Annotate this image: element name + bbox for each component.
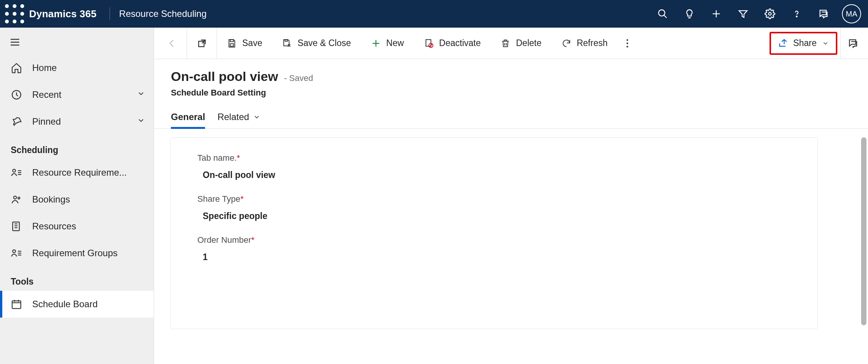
hamburger-icon[interactable] bbox=[0, 30, 154, 54]
refresh-button[interactable]: Refresh bbox=[551, 31, 618, 55]
area-label[interactable]: Resource Scheduling bbox=[119, 8, 207, 19]
back-button bbox=[157, 28, 187, 59]
delete-button[interactable]: Delete bbox=[491, 31, 551, 55]
chevron-down-icon bbox=[137, 116, 145, 127]
field-order-number[interactable]: Order Number* 1 bbox=[197, 235, 791, 262]
assistant-pane-icon[interactable] bbox=[840, 28, 865, 59]
svg-point-23 bbox=[14, 196, 17, 199]
svg-point-2 bbox=[20, 4, 24, 8]
calendar-icon bbox=[11, 298, 22, 310]
help-icon[interactable] bbox=[784, 2, 809, 26]
field-share-type[interactable]: Share Type* Specific people bbox=[197, 194, 791, 221]
chevron-down-icon bbox=[253, 113, 261, 121]
svg-point-29 bbox=[13, 250, 16, 253]
person-icon bbox=[11, 194, 22, 205]
resources-icon bbox=[11, 221, 22, 232]
share-button[interactable]: Share bbox=[770, 32, 837, 55]
sidebar-item-label: Resources bbox=[32, 221, 76, 232]
svg-point-0 bbox=[5, 4, 9, 8]
svg-point-24 bbox=[18, 197, 20, 199]
gear-icon[interactable] bbox=[758, 2, 782, 26]
pin-icon bbox=[11, 116, 22, 127]
field-value[interactable]: On-call pool view bbox=[197, 170, 791, 180]
clock-icon bbox=[11, 89, 22, 100]
plus-icon bbox=[371, 38, 381, 48]
save-button[interactable]: Save bbox=[217, 31, 272, 55]
sidebar-item-schedule-board[interactable]: Schedule Board bbox=[0, 291, 154, 318]
global-header: Dynamics 365 Resource Scheduling MA bbox=[0, 0, 868, 28]
open-in-new-window-icon[interactable] bbox=[187, 28, 217, 59]
sidebar-item-label: Schedule Board bbox=[32, 299, 98, 310]
svg-point-9 bbox=[659, 10, 665, 16]
field-value[interactable]: 1 bbox=[197, 252, 791, 262]
field-value[interactable]: Specific people bbox=[197, 211, 791, 221]
sidebar-item-recent[interactable]: Recent bbox=[0, 81, 154, 108]
sidebar-item-label: Pinned bbox=[32, 116, 61, 127]
svg-point-47 bbox=[626, 42, 628, 44]
field-tab-name[interactable]: Tab name.* On-call pool view bbox=[197, 153, 791, 180]
svg-point-14 bbox=[796, 16, 797, 17]
entity-name: Schedule Board Setting bbox=[171, 88, 851, 98]
sidebar-item-resources[interactable]: Resources bbox=[0, 213, 154, 240]
lightbulb-icon[interactable] bbox=[677, 2, 702, 26]
sidebar-item-pinned[interactable]: Pinned bbox=[0, 108, 154, 135]
filter-icon[interactable] bbox=[731, 2, 755, 26]
sidebar-item-requirement-groups[interactable]: Requirement Groups bbox=[0, 240, 154, 267]
tabs: General Related bbox=[154, 102, 868, 129]
save-close-icon bbox=[282, 38, 292, 48]
main-area: Save Save & Close New Deactivate Delete … bbox=[154, 28, 868, 364]
sidebar-item-home[interactable]: Home bbox=[0, 54, 154, 81]
tab-related[interactable]: Related bbox=[217, 112, 261, 128]
deactivate-icon bbox=[424, 38, 434, 48]
sidebar-item-resource-requirements[interactable]: Resource Requireme... bbox=[0, 159, 154, 186]
form-card: Tab name.* On-call pool view Share Type*… bbox=[170, 137, 818, 329]
svg-rect-40 bbox=[285, 40, 288, 41]
person-list-icon bbox=[11, 247, 22, 259]
sidebar-group-tools: Tools bbox=[0, 267, 154, 291]
sidebar-item-label: Recent bbox=[32, 89, 61, 100]
svg-point-3 bbox=[5, 12, 9, 16]
new-button[interactable]: New bbox=[361, 31, 414, 55]
app-launcher-icon[interactable] bbox=[3, 0, 26, 28]
svg-point-8 bbox=[20, 20, 24, 23]
svg-point-6 bbox=[5, 20, 9, 23]
sidebar-item-label: Home bbox=[32, 63, 57, 73]
chevron-down-icon bbox=[822, 40, 829, 47]
avatar[interactable]: MA bbox=[842, 4, 861, 23]
field-label: Tab name.* bbox=[197, 153, 791, 163]
person-list-icon bbox=[11, 167, 22, 178]
tab-related-label: Related bbox=[217, 112, 249, 122]
deactivate-button[interactable]: Deactivate bbox=[414, 31, 491, 55]
scrollbar[interactable] bbox=[861, 137, 866, 325]
command-bar: Save Save & Close New Deactivate Delete … bbox=[154, 28, 868, 59]
svg-rect-38 bbox=[230, 40, 234, 41]
refresh-label: Refresh bbox=[577, 38, 608, 48]
svg-line-10 bbox=[664, 15, 667, 18]
search-icon[interactable] bbox=[650, 2, 675, 26]
divider bbox=[110, 7, 110, 20]
share-icon bbox=[778, 38, 788, 48]
svg-rect-33 bbox=[12, 301, 21, 308]
record-title: On-call pool view bbox=[171, 69, 278, 84]
delete-label: Delete bbox=[516, 38, 541, 48]
field-label: Order Number* bbox=[197, 235, 791, 245]
sidebar-item-bookings[interactable]: Bookings bbox=[0, 186, 154, 213]
save-close-label: Save & Close bbox=[297, 38, 351, 48]
svg-point-13 bbox=[769, 13, 771, 15]
save-close-button[interactable]: Save & Close bbox=[272, 31, 361, 55]
overflow-menu-icon[interactable] bbox=[618, 38, 637, 48]
deactivate-label: Deactivate bbox=[439, 38, 481, 48]
svg-point-5 bbox=[20, 12, 24, 16]
plus-icon[interactable] bbox=[704, 2, 729, 26]
chat-icon[interactable] bbox=[811, 2, 836, 26]
tab-general[interactable]: General bbox=[171, 112, 205, 128]
brand-label: Dynamics 365 bbox=[26, 8, 104, 20]
svg-rect-39 bbox=[230, 44, 234, 46]
home-icon bbox=[11, 62, 22, 74]
sidebar-item-label: Requirement Groups bbox=[32, 248, 118, 259]
svg-point-4 bbox=[13, 12, 16, 16]
sidebar-item-label: Bookings bbox=[32, 194, 70, 205]
save-icon bbox=[227, 38, 237, 48]
svg-point-1 bbox=[13, 4, 16, 8]
save-label: Save bbox=[242, 38, 262, 48]
